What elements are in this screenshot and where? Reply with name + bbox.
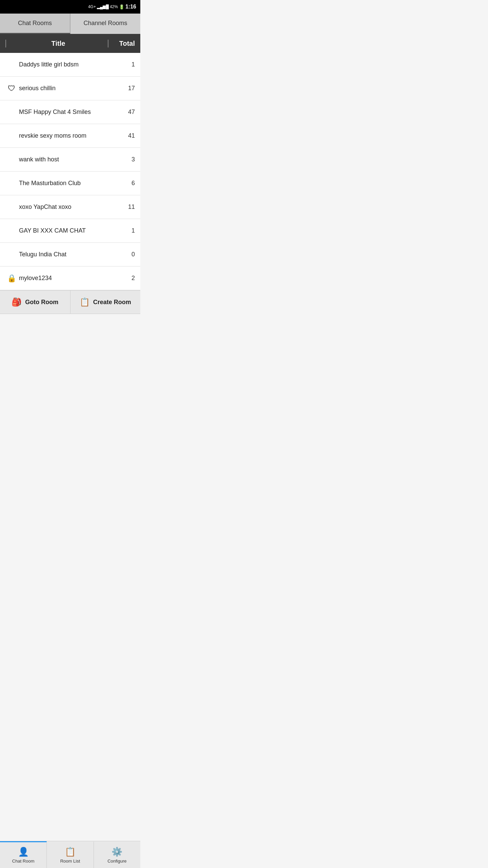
table-row[interactable]: wank with host 3 — [0, 148, 140, 172]
room-name: Daddys little girl bdsm — [18, 61, 115, 68]
table-row[interactable]: The Masturbation Club 6 — [0, 172, 140, 195]
room-icon: 🔒 — [5, 274, 18, 283]
goto-room-icon: 🎒 — [12, 297, 22, 307]
room-count: 41 — [115, 132, 135, 139]
header-title-col: Title — [5, 40, 108, 47]
room-name: revskie sexy moms room — [18, 132, 115, 139]
table-row[interactable]: revskie sexy moms room 41 — [0, 124, 140, 148]
create-room-label: Create Room — [93, 299, 131, 306]
room-count: 11 — [115, 203, 135, 211]
room-count: 0 — [115, 251, 135, 258]
room-name: mylove1234 — [18, 275, 115, 282]
room-count: 1 — [115, 227, 135, 234]
room-count: 2 — [115, 275, 135, 282]
time: 1:16 — [125, 4, 136, 10]
room-name: wank with host — [18, 156, 115, 163]
goto-room-button[interactable]: 🎒 Goto Room — [0, 291, 70, 314]
room-icon: 🛡 — [5, 84, 18, 93]
room-count: 1 — [115, 61, 135, 68]
content-scroll: Daddys little girl bdsm 1 🛡 serious chil… — [0, 53, 140, 341]
table-row[interactable]: MSF Happy Chat 4 Smiles 47 — [0, 100, 140, 124]
room-count: 47 — [115, 108, 135, 116]
room-count: 6 — [115, 180, 135, 187]
room-name: The Masturbation Club — [18, 180, 115, 187]
table-row[interactable]: GAY BI XXX CAM CHAT 1 — [0, 219, 140, 243]
room-name: MSF Happy Chat 4 Smiles — [18, 108, 115, 116]
action-bar: 🎒 Goto Room 📋 Create Room — [0, 290, 140, 314]
table-row[interactable]: Daddys little girl bdsm 1 — [0, 53, 140, 77]
room-name: Telugu India Chat — [18, 251, 115, 258]
goto-room-label: Goto Room — [25, 299, 58, 306]
table-row[interactable]: xoxo YapChat xoxo 11 — [0, 195, 140, 219]
room-name: GAY BI XXX CAM CHAT — [18, 227, 115, 234]
battery-icon: 🔋 — [119, 4, 124, 9]
network-status: 4G+ ▂▄▆█ 42% 🔋 1:16 — [88, 4, 136, 10]
room-list: Daddys little girl bdsm 1 🛡 serious chil… — [0, 53, 140, 290]
table-row[interactable]: Telugu India Chat 0 — [0, 243, 140, 267]
room-name: serious chillin — [18, 85, 115, 92]
tab-channel-rooms[interactable]: Channel Rooms — [70, 14, 140, 34]
table-row[interactable]: 🛡 serious chillin 17 — [0, 77, 140, 100]
room-name: xoxo YapChat xoxo — [18, 203, 115, 211]
table-header: Title Total — [0, 34, 140, 53]
room-count: 17 — [115, 85, 135, 92]
status-bar: 4G+ ▂▄▆█ 42% 🔋 1:16 — [0, 0, 140, 14]
tab-chat-rooms[interactable]: Chat Rooms — [0, 14, 70, 34]
room-count: 3 — [115, 156, 135, 163]
create-room-icon: 📋 — [80, 297, 90, 307]
top-tab-bar: Chat Rooms Channel Rooms — [0, 14, 140, 34]
signal-bars: ▂▄▆█ — [97, 4, 109, 9]
create-room-button[interactable]: 📋 Create Room — [70, 291, 141, 314]
battery-percent: 42% — [110, 4, 118, 9]
header-total-col: Total — [108, 40, 135, 47]
table-row[interactable]: 🔒 mylove1234 2 — [0, 267, 140, 290]
network-type: 4G+ — [88, 4, 96, 9]
